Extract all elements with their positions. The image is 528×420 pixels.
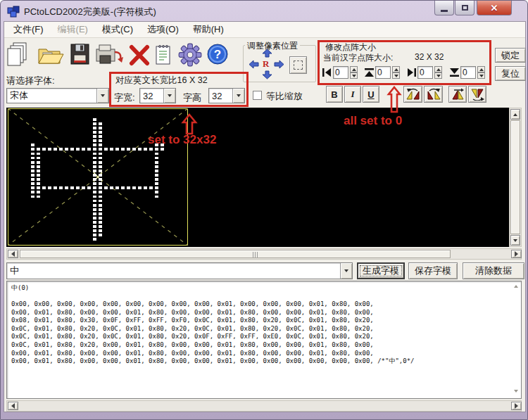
generate-button[interactable]: 生成字模 xyxy=(357,262,405,279)
annotation-arrow-up-icon xyxy=(386,86,402,114)
reset-button[interactable]: 复位 xyxy=(495,66,526,81)
save-font-button[interactable]: 保存字模 xyxy=(408,262,458,279)
canvas-hscrollbar[interactable] xyxy=(6,248,522,260)
menu-help[interactable]: 帮助(H) xyxy=(187,22,230,37)
hscroll-thumb[interactable] xyxy=(20,250,451,258)
maximize-button[interactable] xyxy=(455,1,474,15)
font-select[interactable]: 宋体 xyxy=(6,88,109,103)
pad-left-icon xyxy=(322,68,332,79)
current-matrix-label: 当前汉字点阵大小: xyxy=(323,52,393,64)
hex-line: 0x0C, 0x01, 0x80, 0x20, 0x00, 0x01, 0x80… xyxy=(11,341,374,350)
close-icon: ✕ xyxy=(491,3,498,13)
char-input-arrow xyxy=(340,263,352,279)
minimize-button[interactable] xyxy=(434,1,454,15)
open-file-icon[interactable] xyxy=(37,44,64,68)
menu-options[interactable]: 选项(O) xyxy=(141,22,185,37)
rotate-left-icon xyxy=(406,88,421,101)
textarea-scroll-up-icon[interactable] xyxy=(514,285,518,288)
minimize-icon xyxy=(441,10,448,12)
italic-button[interactable]: I xyxy=(344,86,361,103)
pad-bottom-input[interactable]: 0 xyxy=(460,66,476,79)
char-input-combo[interactable]: 中 xyxy=(6,262,353,279)
flip-vertical-icon xyxy=(451,88,465,101)
pad-top-stepper[interactable] xyxy=(392,66,400,79)
help-icon[interactable]: ? xyxy=(206,43,230,69)
reset-position-button[interactable]: R xyxy=(263,58,269,70)
proportional-scale-checkbox[interactable] xyxy=(253,91,262,100)
lock-button[interactable]: 锁定 xyxy=(495,48,526,63)
font-select-arrow xyxy=(96,89,108,103)
window-title: PCtoLCD2002完美版-(字符模式) xyxy=(24,6,156,18)
pad-bottom-icon xyxy=(449,68,460,79)
proportional-scale-label: 等比缩放 xyxy=(266,90,303,103)
move-right-icon[interactable] xyxy=(274,60,284,71)
chevron-down-icon xyxy=(344,269,348,272)
clear-data-button[interactable]: 清除数据 xyxy=(463,262,524,279)
new-document-icon[interactable] xyxy=(6,42,29,70)
pad-top-input[interactable]: 0 xyxy=(375,66,391,79)
save-icon[interactable] xyxy=(70,43,91,68)
scroll-up-icon xyxy=(513,113,517,116)
hex-line: 0x00, 0x01, 0x80, 0x00, 0x00, 0x01, 0x80… xyxy=(11,309,374,317)
hex-line: 0x08, 0x01, 0x80, 0x30, 0x0F, 0xFF, 0xFF… xyxy=(11,317,374,325)
scroll-right-icon xyxy=(515,251,518,257)
char-width-select[interactable]: 32 xyxy=(139,88,176,103)
export-save-icon[interactable] xyxy=(95,44,125,68)
pad-right-icon xyxy=(406,68,417,79)
vscroll-thumb[interactable] xyxy=(510,120,520,234)
bold-button[interactable]: B xyxy=(326,86,343,103)
annotation-all-zero: all set to 0 xyxy=(344,114,402,128)
hex-line: 0x00, 0x01, 0x80, 0x00, 0x00, 0x01, 0x80… xyxy=(11,350,374,358)
font-select-value: 宋体 xyxy=(7,88,96,103)
maximize-icon xyxy=(462,5,468,11)
underline-button[interactable]: U xyxy=(363,86,379,103)
move-left-icon[interactable] xyxy=(249,60,259,71)
menu-bar: 文件(F) 编辑(E) 模式(C) 选项(O) 帮助(H) xyxy=(4,22,525,38)
delete-icon[interactable] xyxy=(127,44,151,69)
char-height-label: 字高 xyxy=(183,91,201,104)
menu-file[interactable]: 文件(F) xyxy=(7,22,50,37)
rotate-right-icon xyxy=(426,88,441,101)
pad-left-input[interactable]: 0 xyxy=(333,66,348,79)
canvas-vscrollbar[interactable] xyxy=(509,108,522,247)
rotate-right-button[interactable] xyxy=(424,86,443,103)
flip-horizontal-icon xyxy=(470,88,484,101)
char-input-value: 中 xyxy=(7,263,340,279)
pad-bottom-stepper[interactable] xyxy=(477,66,485,79)
flip-horizontal-button[interactable] xyxy=(468,86,486,103)
char-height-select[interactable]: 32 xyxy=(208,88,245,103)
scroll-right-icon xyxy=(515,403,518,409)
bottom-hscrollbar[interactable] xyxy=(6,400,522,412)
move-down-icon[interactable] xyxy=(262,70,272,82)
title-bar[interactable]: PCtoLCD2002完美版-(字符模式) ✕ xyxy=(1,1,528,21)
flip-vertical-button[interactable] xyxy=(448,86,467,103)
chevron-down-icon xyxy=(237,94,241,97)
app-window: PCtoLCD2002完美版-(字符模式) ✕ 文件(F) 编辑(E) 模式(C… xyxy=(0,0,528,420)
char-width-label: 字宽: xyxy=(114,91,135,104)
pad-right-input[interactable]: 0 xyxy=(417,66,433,79)
center-box-icon xyxy=(294,61,303,70)
textarea-scroll-down-icon[interactable] xyxy=(514,390,518,393)
dot-matrix[interactable] xyxy=(8,109,188,246)
hex-line: 0x0C, 0x01, 0x80, 0x20, 0x0C, 0x01, 0x80… xyxy=(11,333,374,341)
annotation-set-size: set to 32x32 xyxy=(148,133,216,147)
menu-mode[interactable]: 模式(C) xyxy=(96,22,139,37)
chevron-down-icon xyxy=(101,94,105,97)
toolbar: ? xyxy=(6,41,239,70)
pad-left-stepper[interactable] xyxy=(350,66,358,79)
font-select-label: 请选择字体: xyxy=(6,75,55,87)
pad-top-icon xyxy=(364,68,375,79)
app-icon xyxy=(7,5,20,18)
adjust-pixel-label: 调整像素位置 xyxy=(245,40,300,52)
menu-edit: 编辑(E) xyxy=(51,22,94,37)
settings-gear-icon[interactable] xyxy=(178,43,202,69)
pad-right-stepper[interactable] xyxy=(434,66,442,79)
hex-line: 0x0C, 0x01, 0x80, 0x20, 0x0C, 0x01, 0x80… xyxy=(11,325,374,333)
notes-icon[interactable] xyxy=(154,44,172,68)
close-button[interactable]: ✕ xyxy=(477,1,512,15)
rotate-left-button[interactable] xyxy=(403,86,422,103)
hex-output-area[interactable]: 中(0) 0x00, 0x00, 0x00, 0x00, 0x00, 0x00,… xyxy=(6,281,522,399)
center-glyph-button[interactable] xyxy=(289,56,307,74)
hex-line: 0x00, 0x01, 0x80, 0x00, 0x00, 0x01, 0x80… xyxy=(11,357,415,366)
char-width-value: 32 xyxy=(140,89,163,103)
